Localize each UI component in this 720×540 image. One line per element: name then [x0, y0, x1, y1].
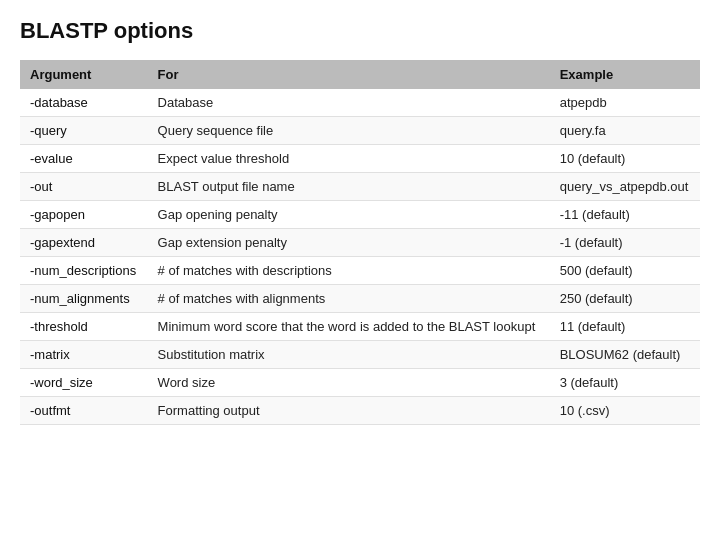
cell-for: Gap opening penalty — [148, 201, 550, 229]
table-row: -gapopenGap opening penalty-11 (default) — [20, 201, 700, 229]
cell-example: -11 (default) — [550, 201, 700, 229]
table-row: -evalueExpect value threshold10 (default… — [20, 145, 700, 173]
col-argument: Argument — [20, 60, 148, 89]
cell-argument: -gapextend — [20, 229, 148, 257]
cell-argument: -threshold — [20, 313, 148, 341]
table-row: -gapextendGap extension penalty-1 (defau… — [20, 229, 700, 257]
col-example: Example — [550, 60, 700, 89]
cell-example: atpepdb — [550, 89, 700, 117]
cell-example: 250 (default) — [550, 285, 700, 313]
cell-for: Substitution matrix — [148, 341, 550, 369]
cell-example: 3 (default) — [550, 369, 700, 397]
cell-example: query_vs_atpepdb.out — [550, 173, 700, 201]
table-row: -queryQuery sequence filequery.fa — [20, 117, 700, 145]
cell-for: BLAST output file name — [148, 173, 550, 201]
cell-argument: -matrix — [20, 341, 148, 369]
cell-example: 11 (default) — [550, 313, 700, 341]
cell-for: Database — [148, 89, 550, 117]
table-row: -thresholdMinimum word score that the wo… — [20, 313, 700, 341]
cell-example: query.fa — [550, 117, 700, 145]
cell-example: 10 (default) — [550, 145, 700, 173]
page-title: BLASTP options — [20, 18, 700, 44]
cell-argument: -evalue — [20, 145, 148, 173]
cell-argument: -query — [20, 117, 148, 145]
col-for: For — [148, 60, 550, 89]
cell-argument: -num_alignments — [20, 285, 148, 313]
table-row: -databaseDatabaseatpepdb — [20, 89, 700, 117]
cell-for: Formatting output — [148, 397, 550, 425]
table-row: -outBLAST output file namequery_vs_atpep… — [20, 173, 700, 201]
table-row: -word_sizeWord size3 (default) — [20, 369, 700, 397]
cell-for: Minimum word score that the word is adde… — [148, 313, 550, 341]
cell-example: BLOSUM62 (default) — [550, 341, 700, 369]
table-row: -num_alignments# of matches with alignme… — [20, 285, 700, 313]
cell-argument: -word_size — [20, 369, 148, 397]
table-row: -num_descriptions# of matches with descr… — [20, 257, 700, 285]
cell-argument: -num_descriptions — [20, 257, 148, 285]
table-row: -outfmtFormatting output10 (.csv) — [20, 397, 700, 425]
cell-for: # of matches with alignments — [148, 285, 550, 313]
cell-for: Word size — [148, 369, 550, 397]
cell-for: Query sequence file — [148, 117, 550, 145]
table-row: -matrixSubstitution matrixBLOSUM62 (defa… — [20, 341, 700, 369]
cell-argument: -out — [20, 173, 148, 201]
table-header-row: Argument For Example — [20, 60, 700, 89]
options-table: Argument For Example -databaseDatabaseat… — [20, 60, 700, 425]
cell-for: Expect value threshold — [148, 145, 550, 173]
cell-example: 10 (.csv) — [550, 397, 700, 425]
cell-for: Gap extension penalty — [148, 229, 550, 257]
cell-example: 500 (default) — [550, 257, 700, 285]
cell-example: -1 (default) — [550, 229, 700, 257]
cell-argument: -database — [20, 89, 148, 117]
cell-argument: -gapopen — [20, 201, 148, 229]
cell-for: # of matches with descriptions — [148, 257, 550, 285]
cell-argument: -outfmt — [20, 397, 148, 425]
